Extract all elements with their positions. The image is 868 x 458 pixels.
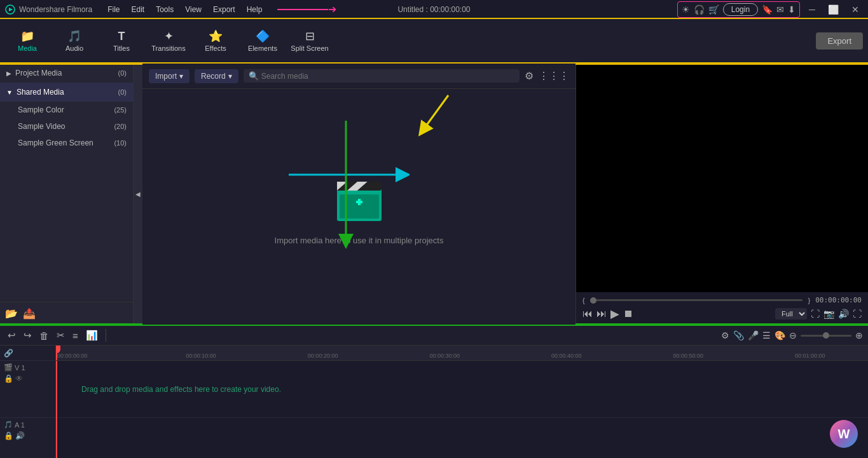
timeline-ruler: 00:00:00:00 00:00:10:00 00:00:20:00 00:0… [56,346,868,361]
app-name: Wondershare Filmora [19,5,92,14]
menu-help[interactable]: Help [242,4,268,15]
sidebar-label-project: Project Media [15,69,118,77]
mail-icon[interactable]: ✉ [776,4,784,15]
menu-file[interactable]: File [102,4,125,15]
preview-video [576,64,868,292]
seek-slider[interactable] [590,299,803,301]
tool-titles[interactable]: T Titles [99,22,144,60]
arrow-icon-shared: ▼ [6,89,13,96]
sidebar-item-sample-green[interactable]: Sample Green Screen (10) [0,135,133,151]
main-area: ▶ Project Media (0) ▼ Shared Media (0) S… [0,64,868,325]
audio-lock-button[interactable]: 🔒 [4,431,13,440]
prev-frame-back-button[interactable]: ⏭ [596,308,607,320]
sidebar-item-sample-color[interactable]: Sample Color (25) [0,102,133,118]
track-area: Drag and drop media and effects here to … [56,361,868,458]
sidebar-label-color: Sample Color [18,105,114,114]
seek-row: { } 00:00:00:00 [582,296,862,304]
sidebar-item-shared-media[interactable]: ▼ Shared Media (0) [0,83,133,102]
remove-button[interactable]: 📤 [23,307,36,320]
cut-button[interactable]: ✂ [54,328,67,342]
import-button[interactable]: Import ▾ [149,69,189,83]
search-input[interactable] [261,72,514,81]
prev-frame-button[interactable]: ⏮ [582,308,593,320]
tool-splitscreen[interactable]: ⊟ Split Screen [287,22,332,60]
volume-button[interactable]: 🔊 [838,309,849,319]
audio-mute-button[interactable]: 🔊 [15,431,25,440]
tool-elements[interactable]: 🔷 Elements [240,22,285,60]
timeline-right-controls: ⚙ 📎 🎤 ☰ 🎨 ⊖ ⊕ [721,330,863,340]
sidebar-count-video: (20) [114,123,127,130]
record-button[interactable]: Record ▾ [195,69,238,83]
lock-track-button[interactable]: 🔒 [4,374,13,383]
color-grade-icon[interactable]: 🎨 [775,330,785,340]
import-hint: Import media here to use it in multiple … [275,236,444,245]
settings-icon-tl[interactable]: ⚙ [721,330,729,340]
sidebar-collapse-button[interactable]: ◀ [134,64,142,325]
video-track-label: V 1 [15,364,25,372]
maximize-button[interactable]: ⬜ [824,3,843,16]
ruler-20: 00:00:20:00 [308,353,338,359]
audio-eq-button[interactable]: ≡ [70,329,81,342]
playhead[interactable] [56,346,57,361]
preview-right-controls: Full 1/2 1/4 ⛶ 📷 🔊 ⛶ [775,308,862,320]
expand-button[interactable]: ⛶ [853,309,862,319]
tool-media[interactable]: 📁 Media [5,22,50,60]
media-toolbar: Import ▾ Record ▾ 🔍 ⚙ ⋮⋮⋮ [142,64,575,89]
titles-icon: T [118,30,125,43]
sidebar-item-sample-video[interactable]: Sample Video (20) [0,118,133,135]
minimize-button[interactable]: ─ [805,3,819,16]
svg-rect-13 [358,199,361,205]
clip-icon[interactable]: 📎 [733,330,744,340]
delete-button[interactable]: 🗑 [37,329,52,342]
menu-export[interactable]: Export [208,4,240,15]
video-track-header: 🎬 V 1 🔒 👁 [0,361,55,418]
export-button[interactable]: Export [816,32,863,50]
login-button[interactable]: Login [723,3,758,16]
headphone-icon[interactable]: 🎧 [694,4,705,15]
tool-effects[interactable]: ⭐ Effects [193,22,238,60]
screenshot-button[interactable]: 📷 [823,309,834,319]
align-icon[interactable]: ☰ [762,330,771,340]
video-track-lane: Drag and drop media and effects here to … [56,361,868,418]
tl-separator [106,329,106,342]
cart-icon[interactable]: 🛒 [708,4,719,15]
add-folder-button[interactable]: 📂 [5,307,18,320]
redo-button[interactable]: ↪ [21,328,34,342]
preview-controls: { } 00:00:00:00 ⏮ ⏭ ▶ ⏹ Full 1/2 1/4 ⛶ [576,292,868,325]
menu-tools[interactable]: Tools [151,4,179,15]
ruler-60: 00:01:00:00 [795,353,825,359]
fullscreen-preview-button[interactable]: ⛶ [811,309,820,319]
zoom-in-icon[interactable]: ⊕ [855,330,863,340]
filter-button[interactable]: ⚙ [525,70,534,82]
sidebar-count-color: (25) [114,106,127,114]
undo-button[interactable]: ↩ [5,328,18,342]
eye-button[interactable]: 👁 [15,374,23,383]
theme-icon[interactable]: ☀ [682,4,690,15]
quality-select[interactable]: Full 1/2 1/4 [775,308,807,320]
zoom-out-icon[interactable]: ⊖ [789,330,797,340]
title-center: Untitled : 00:00:00:00 [397,5,470,14]
download-icon[interactable]: ⬇ [788,4,796,15]
mic-icon[interactable]: 🎤 [748,330,759,340]
menu-edit[interactable]: Edit [127,4,150,15]
sidebar-item-project-media[interactable]: ▶ Project Media (0) [0,64,133,83]
magnet-icon[interactable]: 🔗 [4,349,13,358]
timeline-content: 00:00:00:00 00:00:10:00 00:00:20:00 00:0… [56,346,868,458]
media-panel: Import ▾ Record ▾ 🔍 ⚙ ⋮⋮⋮ [142,64,575,325]
record-dropdown-icon: ▾ [228,72,232,81]
grid-view-button[interactable]: ⋮⋮⋮ [539,70,569,82]
arrow-indicator: ➔ [277,3,336,15]
play-button[interactable]: ▶ [610,307,619,321]
import-dropdown-icon: ▾ [179,72,183,81]
close-button[interactable]: ✕ [848,3,863,16]
zoom-slider[interactable] [801,335,851,337]
menu-view[interactable]: View [180,4,207,15]
tool-transitions[interactable]: ✦ Transitions [146,22,191,60]
bookmark-icon[interactable]: 🔖 [762,4,773,15]
preview-timecode: 00:00:00:00 [815,296,862,304]
playhead-track [56,361,57,458]
waveform-button[interactable]: 📊 [83,328,100,342]
stop-button[interactable]: ⏹ [623,308,633,320]
search-icon: 🔍 [249,71,259,81]
tool-audio[interactable]: 🎵 Audio [52,22,97,60]
